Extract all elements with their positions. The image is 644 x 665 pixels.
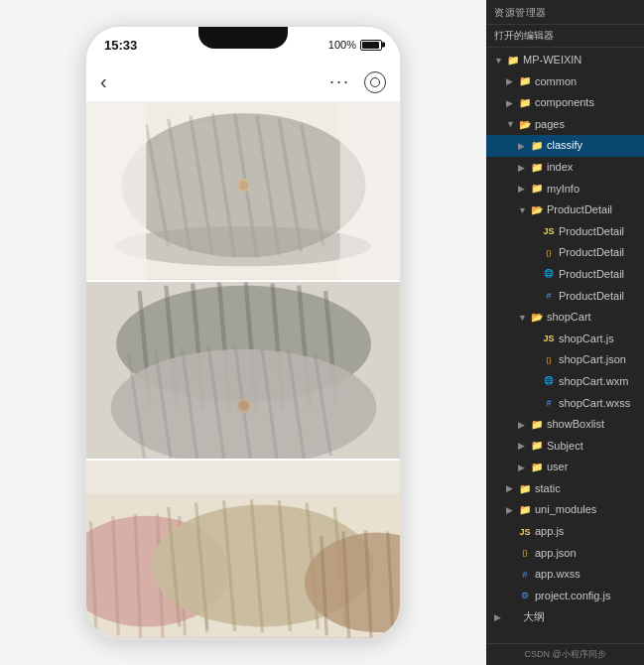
folder-icon: 📁	[530, 418, 544, 432]
tree-item-shopcart-wxml[interactable]: 🌐 shopCart.wxm	[486, 371, 644, 393]
tree-arrow: ▶	[518, 439, 530, 453]
tree-arrow: ▶	[518, 139, 530, 153]
tree-item-app-js[interactable]: JS app.js	[486, 521, 644, 543]
folder-icon: 📁	[530, 161, 544, 175]
phone-nav-bar: ‹ ···	[86, 63, 400, 102]
tree-arrow: ▼	[506, 117, 518, 131]
back-button[interactable]: ‹	[100, 70, 107, 93]
folder-icon: 📁	[506, 54, 520, 67]
js-icon: JS	[542, 332, 556, 346]
tree-item-showboxlist[interactable]: ▶ 📁 showBoxlist	[486, 414, 644, 436]
phone-frame: 15:33 100% ‹ ···	[84, 25, 402, 640]
product-image-3	[86, 461, 400, 638]
tree-item-index[interactable]: ▶ 📁 index	[486, 157, 644, 179]
js-icon: ⚙	[518, 590, 532, 603]
tree-item-uni-modules[interactable]: ▶ 📁 uni_modules	[486, 499, 644, 521]
svg-rect-15	[340, 102, 400, 280]
tree-item-myinfo[interactable]: ▶ 📁 myInfo	[486, 179, 644, 200]
folder-icon: 📁	[530, 139, 544, 153]
share-icon	[370, 77, 380, 87]
sidebar-footer: CSDN @小程序同步	[486, 643, 644, 665]
phone-preview-panel: 15:33 100% ‹ ···	[0, 0, 486, 665]
battery-percent: 100%	[328, 39, 356, 51]
sidebar-header: 资源管理器	[486, 0, 644, 25]
tree-item-common[interactable]: ▶ 📁 common	[486, 71, 644, 93]
file-tree: ▼ 📁 MP-WEIXIN ▶ 📁 common ▶ 📁 components …	[486, 48, 644, 643]
folder-open-icon: 📂	[530, 203, 544, 217]
tree-item-shopcart-json[interactable]: {} shopCart.json	[486, 349, 644, 371]
share-button[interactable]	[364, 71, 386, 93]
battery-fill	[362, 42, 379, 49]
tree-item-static[interactable]: ▶ 📁 static	[486, 478, 644, 500]
tree-item-outline[interactable]: ▶ 大纲	[486, 606, 644, 628]
folder-icon: 📁	[530, 461, 544, 474]
tree-arrow: ▶	[518, 182, 530, 196]
folder-icon: 📁	[530, 439, 544, 453]
phone-status-bar: 15:33 100%	[86, 27, 400, 63]
tree-item-project-config[interactable]: ⚙ project.config.js	[486, 586, 644, 607]
tree-arrow: ▶	[518, 161, 530, 175]
js-icon: JS	[542, 225, 556, 239]
tree-arrow: ▶	[494, 610, 506, 624]
js-icon: JS	[518, 525, 532, 539]
product-images	[86, 102, 400, 638]
tree-item-user[interactable]: ▶ 📁 user	[486, 457, 644, 478]
tree-arrow: ▶	[506, 503, 518, 517]
wxss-icon: #	[542, 396, 556, 410]
wxss-icon: #	[518, 568, 532, 582]
folder-icon: 📁	[530, 182, 544, 196]
nav-actions: ···	[329, 71, 386, 93]
tree-item-productdetail[interactable]: ▼ 📂 ProductDetail	[486, 200, 644, 221]
folder-icon: 📁	[518, 74, 532, 88]
tree-root-item[interactable]: ▼ 📁 MP-WEIXIN	[486, 50, 644, 71]
svg-point-11	[116, 226, 371, 266]
phone-content	[86, 102, 400, 638]
wxml-icon: 🌐	[542, 375, 556, 389]
tree-item-classify[interactable]: ▶ 📁 classify	[486, 135, 644, 157]
json-icon: {}	[518, 546, 532, 560]
tree-item-app-wxss[interactable]: # app.wxss	[486, 564, 644, 586]
battery-icon	[360, 40, 382, 51]
file-explorer-sidebar: 资源管理器 打开的编辑器 ▼ 📁 MP-WEIXIN ▶ 📁 common ▶ …	[486, 0, 644, 665]
more-button[interactable]: ···	[329, 71, 350, 92]
svg-point-36	[238, 400, 249, 411]
product-image-1	[86, 102, 400, 282]
open-editor-label[interactable]: 打开的编辑器	[486, 25, 644, 48]
tree-arrow: ▶	[518, 418, 530, 432]
svg-rect-14	[86, 102, 146, 280]
folder-icon: 📁	[518, 96, 532, 110]
status-right: 100%	[328, 39, 382, 51]
folder-open-icon: 📂	[530, 311, 544, 325]
tree-arrow: ▶	[506, 96, 518, 110]
json-icon: {}	[542, 353, 556, 367]
wxml-icon: 🌐	[542, 268, 556, 282]
tree-item-subject[interactable]: ▶ 📁 Subject	[486, 436, 644, 458]
tree-arrow: ▶	[506, 481, 518, 495]
tree-arrow: ▼	[518, 311, 530, 325]
tree-arrow: ▼	[494, 54, 506, 67]
folder-icon: 📁	[518, 482, 532, 496]
wxss-icon: #	[542, 289, 556, 303]
tree-item-productdetail-wxss[interactable]: # ProductDetail	[486, 286, 644, 308]
tree-arrow: ▼	[518, 203, 530, 217]
folder-icon: 📁	[518, 503, 532, 517]
tree-item-shopcart[interactable]: ▼ 📂 shopCart	[486, 307, 644, 329]
status-time: 15:33	[104, 38, 137, 53]
folder-open-icon: 📂	[518, 118, 532, 132]
tree-item-shopcart-wxss[interactable]: # shopCart.wxss	[486, 393, 644, 415]
product-image-2	[86, 282, 400, 462]
tree-item-app-json[interactable]: {} app.json	[486, 543, 644, 565]
tree-item-productdetail-json[interactable]: {} ProductDetail	[486, 242, 644, 264]
tree-item-productdetail-wxml[interactable]: 🌐 ProductDetail	[486, 264, 644, 286]
tree-item-shopcart-js[interactable]: JS shopCart.js	[486, 329, 644, 350]
phone-notch	[198, 27, 288, 49]
tree-item-pages[interactable]: ▼ 📂 pages	[486, 114, 644, 136]
tree-item-productdetail-js[interactable]: JS ProductDetail	[486, 221, 644, 243]
svg-rect-58	[86, 461, 400, 494]
json-icon: {}	[542, 246, 556, 260]
svg-point-13	[239, 181, 248, 190]
tree-arrow: ▶	[518, 461, 530, 474]
tree-item-components[interactable]: ▶ 📁 components	[486, 92, 644, 114]
tree-arrow: ▶	[506, 74, 518, 88]
outline-icon	[506, 610, 520, 624]
